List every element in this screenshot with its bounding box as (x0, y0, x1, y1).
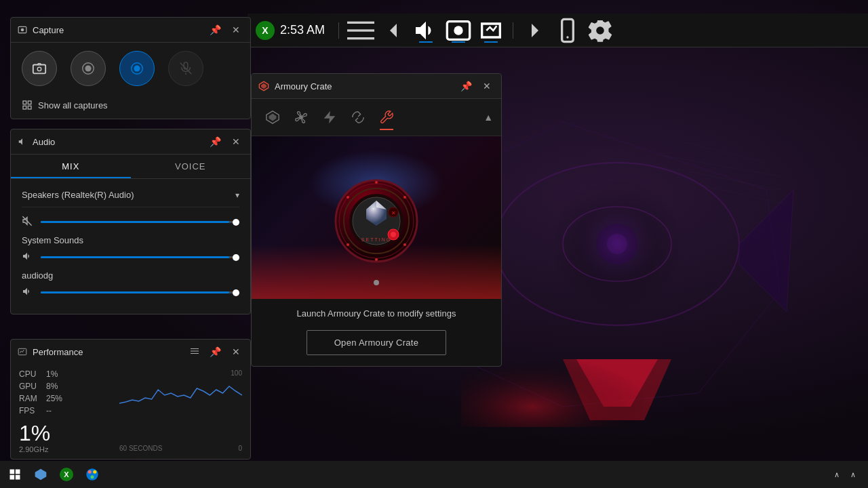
perf-settings-button[interactable] (187, 345, 202, 359)
svg-line-7 (692, 183, 783, 203)
gpu-value: 8% (46, 382, 58, 391)
svg-rect-36 (191, 353, 199, 354)
audio-device-name: Speakers (Realtek(R) Audio) (22, 190, 134, 200)
tray-chevron-2[interactable]: ∧ (846, 468, 860, 481)
svg-point-22 (85, 65, 91, 71)
xbox-logo[interactable]: X (256, 21, 275, 40)
xbox-game-bar: X 2:53 AM (248, 14, 868, 47)
ram-value: 25% (46, 394, 62, 403)
cpu-row: CPU 1% (19, 369, 114, 379)
svg-rect-35 (191, 351, 199, 352)
ram-row: RAM 25% (19, 394, 114, 403)
tab-voice[interactable]: VOICE (131, 155, 251, 178)
svg-point-52 (403, 196, 406, 199)
master-volume-slider[interactable] (41, 221, 239, 223)
audio-panel-title: Audio (18, 137, 206, 147)
show-all-captures-button[interactable]: Show all captures (11, 94, 250, 119)
settings-button[interactable] (587, 17, 614, 44)
audiodg-slider[interactable] (41, 291, 239, 293)
svg-rect-29 (28, 101, 31, 104)
back-button[interactable] (380, 17, 407, 44)
perf-pin-button[interactable]: 📌 (206, 345, 224, 359)
gpu-label: GPU (19, 382, 41, 391)
armoury-nav-boost[interactable] (317, 104, 342, 130)
tray-chevron-1[interactable]: ∧ (830, 468, 844, 481)
svg-point-16 (566, 36, 568, 38)
svg-point-4 (549, 176, 685, 312)
armoury-nav-sync[interactable] (345, 104, 371, 130)
armoury-nav-fan[interactable] (288, 104, 314, 130)
capture-panel: Capture 📌 ✕ Show all capture (10, 17, 251, 119)
record-button[interactable] (71, 51, 106, 86)
audiodg-row (22, 286, 239, 299)
perf-chart-right: 0 (238, 445, 242, 452)
taskbar-paint-icon[interactable] (80, 462, 104, 487)
fps-row: FPS -- (19, 406, 114, 415)
svg-point-56 (347, 196, 349, 199)
open-armoury-crate-button[interactable]: Open Armoury Crate (307, 330, 447, 355)
taskbar-xbox-icon[interactable]: X (54, 462, 79, 487)
armoury-nav-collapse[interactable]: ▲ (484, 112, 493, 123)
mute-icon (22, 216, 34, 228)
armoury-nav: ▲ (252, 99, 501, 136)
svg-rect-31 (28, 106, 31, 109)
hamburger-button[interactable] (347, 17, 374, 44)
capture-icon (18, 25, 27, 35)
armoury-caption-text: Launch Armoury Crate to modify settings (297, 308, 456, 319)
svg-text:SETTING: SETTING (361, 237, 391, 242)
capture-close-button[interactable]: ✕ (229, 23, 243, 37)
capture-pin-button[interactable]: 📌 (206, 23, 224, 37)
performance-button[interactable] (477, 17, 505, 44)
armoury-pin-button[interactable]: 📌 (457, 79, 475, 93)
tab-mix[interactable]: MIX (11, 155, 131, 178)
svg-point-64 (93, 470, 96, 474)
svg-point-18 (21, 28, 24, 32)
armoury-crate-panel: Armoury Crate 📌 ✕ (251, 73, 502, 367)
audiodg-label: audiodg (22, 270, 239, 281)
mic-button[interactable] (168, 51, 203, 86)
audio-close-button[interactable]: ✕ (229, 135, 243, 148)
perf-close-button[interactable]: ✕ (229, 345, 243, 359)
audio-pin-button[interactable]: 📌 (206, 135, 224, 148)
audio-device-chevron[interactable]: ▾ (235, 190, 239, 200)
svg-point-24 (134, 65, 140, 71)
system-sounds-row (22, 251, 239, 264)
svg-point-65 (91, 475, 94, 479)
taskbar-devhome-icon[interactable] (28, 462, 53, 487)
svg-point-55 (347, 243, 349, 246)
audio-tabs: MIX VOICE (11, 155, 250, 179)
armoury-close-button[interactable]: ✕ (479, 79, 494, 93)
system-sounds-slider[interactable] (41, 256, 239, 258)
armoury-caption: Launch Armoury Crate to modify settings (252, 299, 501, 325)
audio-device-row: Speakers (Realtek(R) Audio) ▾ (22, 187, 239, 207)
armoury-nav-tools[interactable] (374, 104, 399, 130)
stop-record-button[interactable] (119, 51, 155, 86)
taskbar-windows-button[interactable] (3, 462, 27, 487)
svg-point-63 (88, 470, 92, 474)
fps-label: FPS (19, 406, 41, 415)
capture-button[interactable] (445, 17, 472, 44)
system-sounds-label: System Sounds (22, 235, 239, 245)
svg-point-54 (375, 258, 378, 261)
system-sounds-icon (22, 251, 34, 264)
audio-content: Speakers (Realtek(R) Audio) ▾ System Sou… (11, 179, 250, 314)
phone-button[interactable] (554, 17, 581, 44)
svg-marker-38 (261, 83, 267, 89)
volume-button[interactable] (412, 17, 439, 44)
svg-line-6 (678, 169, 780, 190)
armoury-dial: SETTING ✕ (329, 170, 424, 265)
svg-rect-11 (347, 29, 374, 31)
armoury-dot (374, 280, 379, 285)
svg-point-41 (300, 116, 303, 119)
forward-button[interactable] (521, 17, 549, 44)
svg-point-51 (375, 181, 378, 184)
screenshot-button[interactable] (22, 51, 57, 86)
taskbar-tray: ∧ ∧ (830, 468, 865, 481)
armoury-nav-rog[interactable] (260, 104, 285, 130)
armoury-header: Armoury Crate 📌 ✕ (252, 74, 501, 99)
performance-title: Performance (33, 347, 187, 357)
ram-label: RAM (19, 394, 41, 403)
cpu-label: CPU (19, 369, 41, 379)
svg-rect-28 (23, 101, 26, 104)
capture-panel-header: Capture 📌 ✕ (11, 18, 250, 43)
